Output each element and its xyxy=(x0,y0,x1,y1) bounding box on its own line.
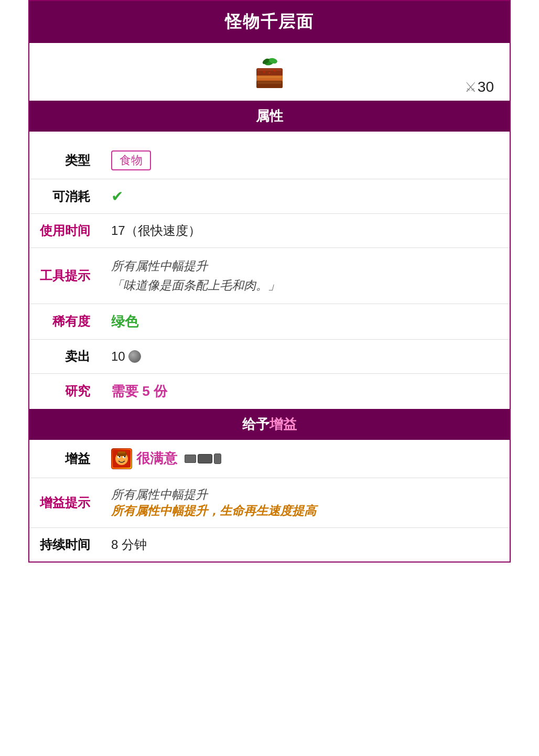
sell-row: 卖出 10 xyxy=(29,339,510,373)
coin-icon xyxy=(128,350,141,363)
consumable-value: ✔ xyxy=(101,179,510,214)
tooltip-line2: 「味道像是面条配上毛和肉。」 xyxy=(111,276,499,295)
sell-content: 10 xyxy=(111,349,499,364)
type-row: 类型 食物 xyxy=(29,142,510,179)
buff-value: 很满意 xyxy=(101,440,510,478)
buff-content: 很满意 xyxy=(111,448,499,469)
buff-tip-value: 所有属性中幅提升 所有属性中幅提升，生命再生速度提高 xyxy=(101,478,510,527)
tooltip-label: 工具提示 xyxy=(29,248,101,304)
use-time-value: 17（很快速度） xyxy=(101,214,510,248)
tooltip-value: 所有属性中幅提升 「味道像是面条配上毛和肉。」 xyxy=(101,248,510,304)
buff-tip-row: 增益提示 所有属性中幅提升 所有属性中幅提升，生命再生速度提高 xyxy=(29,478,510,527)
mobile-icon xyxy=(214,453,221,464)
use-time-row: 使用时间 17（很快速度） xyxy=(29,214,510,248)
research-text: 需要 5 份 xyxy=(111,383,167,399)
svg-rect-6 xyxy=(257,76,282,78)
count-icon: ⚔ xyxy=(465,79,477,95)
type-label: 类型 xyxy=(29,142,101,179)
svg-rect-8 xyxy=(257,81,282,84)
sell-amount: 10 xyxy=(111,349,125,364)
page-wrapper: 怪物千层面 xyxy=(28,0,511,563)
svg-rect-4 xyxy=(257,69,282,71)
buff-tip-label: 增益提示 xyxy=(29,478,101,527)
buffs-label-buff: 增益 xyxy=(270,416,297,432)
buff-row: 增益 xyxy=(29,440,510,478)
research-label: 研究 xyxy=(29,373,101,409)
rarity-row: 稀有度 绿色 xyxy=(29,304,510,339)
sell-value: 10 xyxy=(101,339,510,373)
attributes-title: 属性 xyxy=(256,108,283,124)
count-value: 30 xyxy=(478,79,494,95)
buffs-section-header: 给予增益 xyxy=(29,409,510,440)
consumable-label: 可消耗 xyxy=(29,179,101,214)
type-value: 食物 xyxy=(101,142,510,179)
duration-value: 8 分钟 xyxy=(101,527,510,561)
use-time-label: 使用时间 xyxy=(29,214,101,248)
consumable-row: 可消耗 ✔ xyxy=(29,179,510,214)
attributes-table: 类型 食物 可消耗 ✔ 使用时间 17（很快速度） 工具提示 所有属性中幅提升 … xyxy=(29,142,510,409)
controller-icon xyxy=(198,454,212,463)
buffs-table: 增益 xyxy=(29,440,510,561)
rarity-label: 稀有度 xyxy=(29,304,101,339)
buffs-label-give: 给予 xyxy=(242,416,270,432)
buff-tip-normal: 所有属性中幅提升 xyxy=(111,487,499,503)
item-image xyxy=(249,53,290,95)
duration-label: 持续时间 xyxy=(29,527,101,561)
rarity-value: 绿色 xyxy=(101,304,510,339)
tooltip-row: 工具提示 所有属性中幅提升 「味道像是面条配上毛和肉。」 xyxy=(29,248,510,304)
type-tag: 食物 xyxy=(111,150,151,170)
buff-label: 增益 xyxy=(29,440,101,478)
platform-icons xyxy=(185,453,221,464)
item-image-row: ⚔ 30 xyxy=(29,43,510,101)
desktop-icon xyxy=(185,455,196,463)
checkmark-icon: ✔ xyxy=(111,188,123,204)
svg-point-9 xyxy=(263,71,265,73)
buff-name-text: 很满意 xyxy=(136,449,177,468)
research-value: 需要 5 份 xyxy=(101,373,510,409)
buff-tip-special: 所有属性中幅提升，生命再生速度提高 xyxy=(111,503,499,519)
tooltip-line1: 所有属性中幅提升 xyxy=(111,256,499,276)
research-row: 研究 需要 5 份 xyxy=(29,373,510,409)
attributes-section-header: 属性 xyxy=(29,101,510,132)
sell-label: 卖出 xyxy=(29,339,101,373)
lasagna-icon xyxy=(251,58,288,92)
rarity-green-text: 绿色 xyxy=(111,314,138,329)
item-count: ⚔ 30 xyxy=(465,79,494,95)
svg-point-10 xyxy=(274,70,276,72)
svg-point-11 xyxy=(269,72,271,73)
spacer-1 xyxy=(29,132,510,142)
buff-sprite xyxy=(113,450,131,468)
duration-row: 持续时间 8 分钟 xyxy=(29,527,510,561)
buff-face-icon xyxy=(111,448,132,469)
page-header: 怪物千层面 xyxy=(29,1,510,43)
svg-rect-19 xyxy=(118,451,125,453)
page-title: 怪物千层面 xyxy=(35,10,504,34)
